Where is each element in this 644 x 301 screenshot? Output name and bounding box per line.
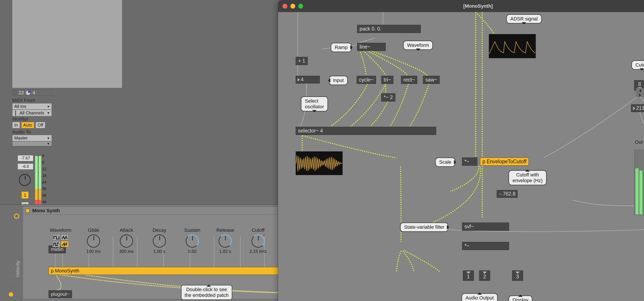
main-scope <box>296 151 343 175</box>
input-comment: Input <box>329 76 348 85</box>
midi-from-dropdown[interactable]: All Ins▼ <box>12 103 52 110</box>
window-title: [MonoSynth] <box>278 3 644 9</box>
param-decay: Decay1.00 s <box>147 227 172 254</box>
track-status-strip: 22 4 <box>12 90 54 96</box>
input-numbox[interactable]: 4 <box>296 76 320 84</box>
triangle-down-icon <box>482 271 487 274</box>
monitor-off-button[interactable]: Off <box>36 122 45 128</box>
status-number-1: 22 <box>18 90 24 96</box>
chevron-down-icon: ▼ <box>47 111 50 115</box>
svf-comment: State-variable filter <box>400 223 448 232</box>
scale-comment: Scale <box>435 158 455 167</box>
audio-out-comment: Audio Output L + R <box>462 293 498 301</box>
triangle-down-icon <box>466 271 470 274</box>
clock-icon[interactable] <box>8 264 14 270</box>
max-patcher-window[interactable]: [MonoSynth] <box>278 0 644 301</box>
chevron-down-icon: ▼ <box>47 136 50 140</box>
monitor-label: Monitor <box>12 116 54 122</box>
patcher-canvas[interactable]: pack 0. 0. line~ Ramp Waveform + 1 4 Inp… <box>278 12 644 301</box>
audio-to-dropdown[interactable]: Master▼ <box>12 135 52 141</box>
device-title: Mono Synth <box>32 208 60 214</box>
param-waveform: Waveform <box>48 227 73 254</box>
selector-object[interactable]: selector~ 4 <box>296 127 436 135</box>
pack-object[interactable]: pack 0. 0. <box>357 25 421 33</box>
cycle-object[interactable]: cycle~ <box>357 76 376 84</box>
midi-channel-dropdown[interactable]: ┇ All Channels▼ <box>12 110 52 116</box>
master-out-label: Out <box>635 139 643 145</box>
midi-from-label: MIDI From <box>12 98 54 103</box>
device-rack-side: Velocity <box>0 205 22 301</box>
device-on-icon[interactable] <box>14 214 19 219</box>
track-level-meter: 0612182430364860 <box>35 154 46 211</box>
arrangement-empty-area[interactable] <box>12 0 122 88</box>
param-cutoff: Cutoff2.15 kHz <box>246 227 270 254</box>
midi-activity-icon <box>9 292 13 296</box>
cutoff-env-comment: Cutoff with envelope (Hz) <box>508 170 546 185</box>
status-number-2: 4 <box>32 90 35 96</box>
pan-knob[interactable] <box>19 174 31 186</box>
track-io-section: MIDI From All Ins▼ ┇ All Channels▼ Monit… <box>12 98 54 146</box>
scale-mul-object[interactable]: *~ <box>462 158 478 166</box>
track-activator-button[interactable]: 1 <box>21 191 29 199</box>
out-1[interactable]: 1 <box>463 270 474 281</box>
hz-numbox[interactable]: 2139. <box>631 104 644 112</box>
triangle-down-icon <box>516 271 520 274</box>
waveform-comment: Waveform <box>403 41 433 50</box>
monitor-auto-button[interactable]: Auto <box>21 122 34 128</box>
gain-mul-object[interactable]: *~ <box>462 242 509 250</box>
param-attack: Attack300 ms <box>114 227 138 254</box>
sine-icon: ∿ <box>499 192 502 196</box>
stop-clip-icon[interactable] <box>12 91 16 95</box>
master-io-toggle[interactable] <box>636 88 644 97</box>
audio-to-label: Audio To <box>12 129 54 135</box>
line-object[interactable]: line~ <box>357 43 386 51</box>
titlebar[interactable]: [MonoSynth] <box>278 0 644 12</box>
tri-object[interactable]: tri~ <box>381 76 393 84</box>
master-meter <box>634 149 644 215</box>
triangle-right-icon <box>633 107 635 110</box>
chevron-down-icon: ▼ <box>47 105 50 108</box>
cpu-meter-icon <box>26 91 30 95</box>
adsr-comment: ADSR signal <box>506 14 542 24</box>
waveform-picker[interactable] <box>52 234 69 247</box>
svf-object[interactable]: svf~ <box>462 223 509 231</box>
audio-sub-dropdown[interactable]: ▼ <box>12 141 52 146</box>
select-osc-comment: Select oscillator <box>301 96 328 111</box>
double-click-tip: Double-click to see the embedded patch <box>181 285 232 300</box>
times-two-object[interactable]: *~ 2 <box>381 93 395 102</box>
param-glide: Glide100 ms <box>82 227 106 254</box>
env-to-cutoff-object[interactable]: p EnvelopeToCutoff <box>480 158 529 166</box>
monitor-in-button[interactable]: In <box>12 122 20 128</box>
ramp-comment: Ramp <box>331 43 352 52</box>
saw-object[interactable]: saw~ <box>423 76 440 84</box>
plus-one-object[interactable]: + 1 <box>296 57 308 65</box>
cutoff-comment: Cutoff <box>632 60 644 70</box>
out-3[interactable]: 3 <box>512 270 523 281</box>
chevron-down-icon: ▼ <box>47 142 50 145</box>
triangle-right-icon <box>298 78 300 82</box>
cutoff-env-numbox[interactable]: ∿762.8 <box>497 190 518 198</box>
velocity-label: Velocity <box>15 260 21 277</box>
display-comment: Display <box>508 295 532 301</box>
param-sustain: Sustain0.50 <box>180 227 204 254</box>
p-monosynth-object[interactable]: p MonoSynth <box>48 267 288 275</box>
peak-value[interactable]: -7.67 <box>18 155 33 161</box>
param-release: Release1.82 s <box>213 227 237 254</box>
rect-object[interactable]: rect~ <box>401 76 417 84</box>
gain-value[interactable]: -6.0 <box>18 163 33 170</box>
help-icon[interactable] <box>8 275 14 281</box>
device-power-icon[interactable] <box>25 208 30 213</box>
adsr-scope <box>489 34 536 58</box>
out-2[interactable]: 2 <box>479 270 490 281</box>
plugout-object[interactable]: plugout~ <box>48 290 72 298</box>
